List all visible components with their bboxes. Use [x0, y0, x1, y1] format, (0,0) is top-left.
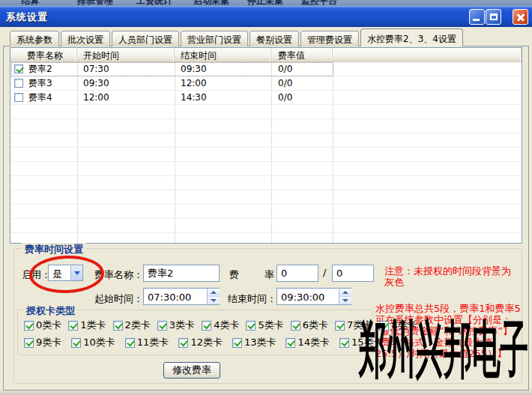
card-types-title: 授权卡类型	[24, 304, 77, 318]
checkbox-checked-icon	[24, 338, 34, 348]
modify-rate-button[interactable]: 修改费率	[163, 362, 220, 379]
start-time-spinner[interactable]: 07:30:00	[143, 288, 220, 305]
fee-amount-input[interactable]	[276, 265, 318, 282]
end-time-label: 结束时间：	[228, 292, 276, 306]
empty-row	[10, 190, 522, 205]
checkbox-checked-icon	[157, 321, 167, 331]
bg-menu-item[interactable]: 工资统计	[136, 0, 172, 6]
card-type-checkbox[interactable]: 13类卡	[232, 336, 276, 349]
fee-label-left: 费	[229, 268, 239, 282]
minimize-icon	[473, 19, 480, 21]
card-type-checkbox[interactable]: 5类卡	[246, 319, 283, 332]
bg-menu-item[interactable]: 排班管理	[77, 0, 113, 6]
arrow-up-icon	[211, 291, 217, 294]
maximize-icon	[490, 13, 498, 20]
card-type-label: 12类卡	[190, 336, 223, 349]
end-time: 09:30	[175, 64, 271, 74]
row-checkbox[interactable]	[14, 79, 23, 88]
start-time-label: 起始时间：	[94, 292, 143, 306]
enable-label: 启用：	[22, 268, 51, 282]
arrow-down-icon	[211, 299, 217, 302]
empty-row	[10, 119, 522, 133]
card-type-checkbox[interactable]: 3类卡	[157, 319, 195, 332]
table-row[interactable]: 费率3 09:30 12:00 0/0	[10, 76, 522, 91]
arrow-up-icon	[342, 291, 348, 294]
column-header-rate-value[interactable]: 费率值	[271, 48, 333, 61]
card-type-checkbox[interactable]: 1类卡	[68, 319, 106, 332]
tab-personnel-dept[interactable]: 人员部门设置	[112, 31, 179, 46]
card-type-checkbox[interactable]: 9类卡	[24, 336, 61, 349]
start-time: 12:00	[77, 92, 175, 103]
title-bar: 系统设置	[0, 6, 532, 27]
checkbox-checked-icon	[335, 321, 345, 331]
card-type-checkbox[interactable]: 2类卡	[113, 319, 151, 332]
row-checkbox-checked[interactable]	[14, 64, 23, 73]
rate-value: 0/0	[271, 92, 333, 103]
end-time-spinner[interactable]: 09:30:00	[276, 288, 351, 305]
start-time-value: 07:30:00	[148, 292, 191, 303]
rate-name-input[interactable]	[143, 265, 220, 282]
spin-up-button[interactable]	[339, 289, 351, 297]
card-type-label: 0类卡	[36, 319, 61, 332]
group-title: 费率时间设置	[22, 243, 86, 256]
bg-menu-item[interactable]: 停止采集	[247, 0, 283, 6]
column-header-end-time[interactable]: 结束时间	[175, 48, 271, 61]
card-type-checkbox[interactable]: 12类卡	[178, 336, 223, 349]
card-type-checkbox[interactable]: 0类卡	[24, 319, 61, 332]
table-row[interactable]: 费率2 07:30 09:30 0/0	[10, 62, 522, 76]
card-type-checkbox[interactable]: 4类卡	[202, 319, 239, 332]
fee-time-input[interactable]	[332, 265, 374, 282]
card-types-row2: 9类卡 10类卡 11类卡 12类卡 13类卡 14类卡 15类卡	[24, 336, 393, 349]
card-types-row1: 0类卡 1类卡 2类卡 3类卡 4类卡 5类卡 6类卡 7类卡 8类卡	[24, 319, 424, 332]
bg-menu-item[interactable]: 监控平台	[301, 0, 337, 6]
tab-system-params[interactable]: 系统参数	[10, 31, 59, 46]
tab-batch-settings[interactable]: 批次设置	[61, 31, 110, 46]
empty-row	[10, 205, 522, 219]
tab-mgmt-fee[interactable]: 管理费设置	[300, 31, 359, 46]
card-type-checkbox[interactable]: 7类卡	[335, 319, 372, 332]
bg-menu-item[interactable]: 启动采集	[193, 0, 229, 6]
window-title: 系统设置	[6, 10, 48, 24]
start-time: 07:30	[77, 64, 175, 74]
chevron-down-icon	[74, 271, 80, 275]
maximize-button[interactable]	[486, 9, 501, 25]
combo-dropdown-button[interactable]	[70, 265, 82, 280]
checkbox-checked-icon	[339, 338, 349, 348]
column-header-rate-name[interactable]: 费率名称	[10, 48, 77, 61]
spin-down-button[interactable]	[339, 297, 351, 305]
checkbox-checked-icon	[232, 338, 242, 348]
card-type-label: 1类卡	[80, 319, 106, 332]
enable-select[interactable]: 是	[48, 265, 83, 281]
checkbox-checked-icon	[291, 321, 300, 331]
card-type-label: 2类卡	[125, 319, 151, 332]
minimize-button[interactable]	[469, 9, 485, 25]
row-checkbox[interactable]	[14, 93, 23, 102]
table-row[interactable]: 费率4 12:00 14:30 0/0	[10, 91, 522, 105]
checkbox-checked-icon	[113, 321, 123, 331]
card-type-checkbox[interactable]: 11类卡	[125, 336, 169, 349]
rate-name: 费率2	[28, 63, 52, 76]
column-header-start-time[interactable]: 开始时间	[77, 48, 175, 61]
card-type-label: 11类卡	[137, 336, 169, 349]
empty-row	[10, 233, 522, 243]
checkbox-checked-icon	[71, 338, 81, 348]
system-settings-dialog: 结算 排班管理 工资统计 启动采集 停止采集 监控平台 系统设置 系统参数 批次…	[0, 0, 532, 395]
end-time: 14:30	[175, 92, 271, 103]
card-type-label: 3类卡	[169, 319, 195, 332]
spin-down-button[interactable]	[208, 297, 220, 305]
spin-up-button[interactable]	[208, 289, 220, 297]
card-type-checkbox[interactable]: 10类卡	[71, 336, 115, 349]
note-unauthorized-gray: 注意：未授权的时间段背景为灰色	[384, 265, 515, 288]
tab-water-rate-active[interactable]: 水控费率2、3、4设置	[360, 28, 463, 46]
tab-strip: 系统参数 批次设置 人员部门设置 营业部门设置 餐别设置 管理费设置 水控费率2…	[10, 28, 465, 46]
bg-menu-item[interactable]: 结算	[21, 0, 39, 6]
card-type-label: 8类卡	[391, 319, 417, 332]
card-type-checkbox[interactable]: 15类卡	[339, 336, 384, 349]
rate-name-label: 费率名称：	[94, 268, 143, 282]
card-type-checkbox[interactable]: 14类卡	[285, 336, 330, 349]
close-button[interactable]	[513, 9, 528, 25]
tab-meal-settings[interactable]: 餐别设置	[250, 31, 299, 46]
card-type-checkbox[interactable]: 6类卡	[291, 319, 328, 332]
card-type-checkbox[interactable]: 8类卡	[379, 319, 417, 332]
tab-business-dept[interactable]: 营业部门设置	[181, 31, 248, 46]
